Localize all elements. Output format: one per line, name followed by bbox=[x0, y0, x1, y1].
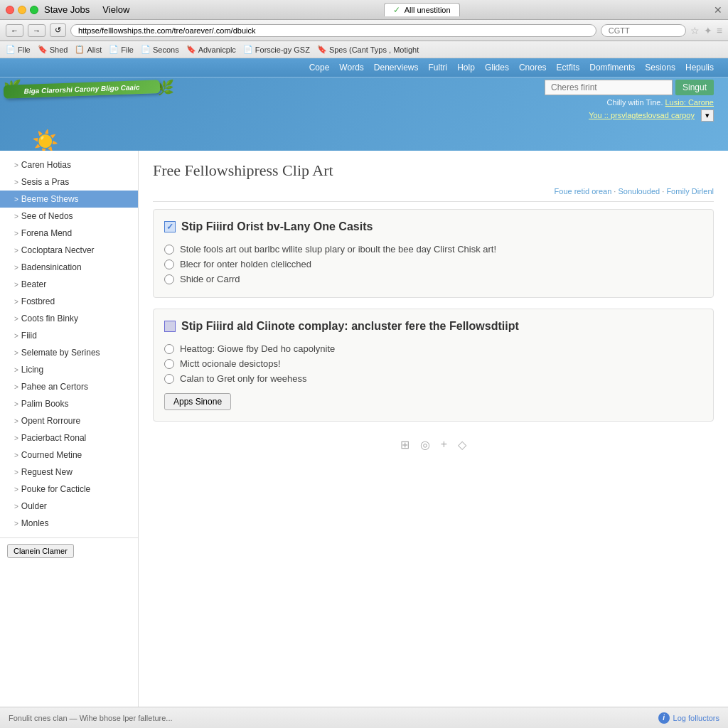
plus-icon[interactable]: + bbox=[441, 438, 447, 451]
sidebar-item-16[interactable]: Pacierbact Ronal bbox=[0, 429, 138, 446]
bookmark-alist[interactable]: 📋 Alist bbox=[75, 45, 102, 54]
sidebar-item-14[interactable]: Palim Books bbox=[0, 395, 138, 412]
nav-denerviews[interactable]: Denerviews bbox=[374, 63, 419, 73]
diamond-icon[interactable]: ◇ bbox=[458, 438, 466, 451]
nav-domfiments[interactable]: Domfiments bbox=[589, 63, 635, 73]
nav-sesions[interactable]: Sesions bbox=[645, 63, 675, 73]
radio-button-2[interactable] bbox=[164, 259, 174, 269]
traffic-lights bbox=[6, 6, 38, 14]
sidebar-footer: Clanein Clamer bbox=[0, 537, 138, 564]
secons-icon: 📄 bbox=[141, 45, 151, 54]
breadcrumb-link-2[interactable]: Sonulouded bbox=[618, 187, 660, 196]
radio-button-4[interactable] bbox=[164, 344, 174, 354]
section-2-option-1[interactable]: Heattog: Giowe fby Ded ho capolynite bbox=[164, 341, 702, 356]
breadcrumb-sep-2: · bbox=[662, 187, 664, 196]
bookmark-shed[interactable]: 🔖 Shed bbox=[38, 45, 68, 54]
logo-area: 🌿 🌿 Biga Clarorshi Carony Bligo Caaic ☀️… bbox=[4, 73, 174, 151]
extensions-icon[interactable]: ✦ bbox=[704, 25, 712, 36]
section-1-title: ✓ Stip Fiiird Orist bv-Lany One Casits bbox=[164, 220, 702, 233]
search-row: Singut bbox=[545, 80, 714, 95]
close-button[interactable] bbox=[6, 6, 14, 14]
bookmark-file2[interactable]: 📄 File bbox=[109, 45, 134, 54]
breadcrumb-link-1[interactable]: Foue retid orean bbox=[555, 187, 612, 196]
menu-icon[interactable]: ≡ bbox=[717, 25, 722, 36]
browser-titlebar: Stave Jobs Vielow ✓ Alll unestition ✕ bbox=[0, 0, 728, 20]
address-bar[interactable] bbox=[70, 24, 596, 37]
nav-holp[interactable]: Holp bbox=[457, 63, 475, 73]
sidebar-footer-button[interactable]: Clanein Clamer bbox=[7, 544, 74, 558]
sidebar-item-11[interactable]: Selemate by Serines bbox=[0, 344, 138, 361]
user-profile-link[interactable]: You :: prsvlagteslovsad carpoy bbox=[589, 111, 695, 119]
sidebar-item-9[interactable]: Coots fin Binky bbox=[0, 310, 138, 327]
grid-icon[interactable]: ⊞ bbox=[400, 438, 410, 451]
radio-button-3[interactable] bbox=[164, 274, 174, 284]
section-1-option-2[interactable]: Blecr for onter holden clelicched bbox=[164, 257, 702, 272]
section-1-option-3[interactable]: Shide or Carrd bbox=[164, 272, 702, 287]
sidebar-item-5[interactable]: Cocloptara Nectver bbox=[0, 242, 138, 259]
maximize-button[interactable] bbox=[30, 6, 38, 14]
site-search-input[interactable] bbox=[545, 80, 673, 95]
sidebar-item-18[interactable]: Reguest New bbox=[0, 464, 138, 481]
minimize-button[interactable] bbox=[18, 6, 26, 14]
sidebar-item-0[interactable]: Caren Hotias bbox=[0, 156, 138, 173]
profile-settings-button[interactable]: ▾ bbox=[701, 109, 714, 122]
radio-button-1[interactable] bbox=[164, 245, 174, 255]
nav-hepulis[interactable]: Hepulis bbox=[685, 63, 714, 73]
sidebar-item-1[interactable]: Sesis a Pras bbox=[0, 173, 138, 191]
sidebar-item-12[interactable]: Licing bbox=[0, 361, 138, 378]
back-button[interactable]: ← bbox=[6, 24, 23, 37]
user-greeting: Chilly witin Tine. bbox=[607, 98, 663, 107]
radio-button-6[interactable] bbox=[164, 374, 174, 384]
sidebar-item-20[interactable]: Oulder bbox=[0, 498, 138, 515]
section-2-option-2[interactable]: Mictt ocionale desictops! bbox=[164, 356, 702, 371]
circle-icon[interactable]: ◎ bbox=[420, 438, 430, 451]
bookmark-flle[interactable]: 📄 Flle bbox=[6, 45, 31, 54]
content-area: Free Fellowshipress Clip Art Foue retid … bbox=[139, 151, 728, 707]
sidebar-item-2[interactable]: Beeme Sthews bbox=[0, 191, 138, 208]
sidebar-item-8[interactable]: Fostbred bbox=[0, 293, 138, 310]
sidebar-item-10[interactable]: Fiiid bbox=[0, 327, 138, 344]
sidebar-item-21[interactable]: Monles bbox=[0, 515, 138, 532]
browser-navbar: ← → ↺ ☆ ✦ ≡ bbox=[0, 20, 728, 41]
apps-button[interactable]: Apps Sinone bbox=[164, 393, 231, 410]
sidebar-item-19[interactable]: Pouke for Cacticle bbox=[0, 481, 138, 498]
nav-words[interactable]: Words bbox=[339, 63, 363, 73]
bookmark-secons[interactable]: 📄 Secons bbox=[141, 45, 179, 54]
user-name-link[interactable]: Lusio: Carone bbox=[665, 98, 714, 107]
radio-button-5[interactable] bbox=[164, 359, 174, 369]
info-icon[interactable]: i bbox=[658, 712, 670, 724]
site-search-button[interactable]: Singut bbox=[675, 80, 714, 95]
alist-icon: 📋 bbox=[75, 45, 85, 54]
section-1-checkbox[interactable]: ✓ bbox=[164, 221, 176, 232]
nav-cope[interactable]: Cope bbox=[309, 63, 330, 73]
close-window-icon[interactable]: ✕ bbox=[714, 4, 722, 16]
nav-cnores[interactable]: Cnores bbox=[519, 63, 547, 73]
sidebar-item-17[interactable]: Courned Metine bbox=[0, 446, 138, 464]
bookmark-advanicplc[interactable]: 🔖 Advanicplc bbox=[186, 45, 236, 54]
sidebar-item-15[interactable]: Opent Rorroure bbox=[0, 412, 138, 429]
nav-glides[interactable]: Glides bbox=[485, 63, 509, 73]
nav-fultri[interactable]: Fultri bbox=[429, 63, 448, 73]
bookmark-spes[interactable]: 🔖 Spes (Cant Typs , Motight bbox=[317, 45, 419, 54]
browser-search[interactable] bbox=[601, 24, 686, 37]
star-icon[interactable]: ☆ bbox=[690, 25, 700, 36]
sidebar-item-13[interactable]: Pahee an Certors bbox=[0, 378, 138, 395]
active-tab[interactable]: ✓ Alll unestition bbox=[384, 3, 460, 16]
sidebar: Caren HotiasSesis a PrasBeeme SthewsSee … bbox=[0, 151, 139, 707]
section-2-option-3[interactable]: Calan to Gret only for weehess bbox=[164, 371, 702, 386]
forward-button[interactable]: → bbox=[28, 24, 46, 37]
sidebar-item-6[interactable]: Badensinication bbox=[0, 259, 138, 276]
bookmarks-bar: 📄 Flle 🔖 Shed 📋 Alist 📄 File 📄 Secons 🔖 … bbox=[0, 41, 728, 58]
user-sub-info: You :: prsvlagteslovsad carpoy ▾ bbox=[589, 109, 714, 122]
footer-link[interactable]: Log folluctors bbox=[673, 714, 719, 722]
nav-ectfits[interactable]: Ectfits bbox=[557, 63, 580, 73]
refresh-button[interactable]: ↺ bbox=[50, 23, 66, 37]
sidebar-item-3[interactable]: See of Nedos bbox=[0, 208, 138, 225]
section-2-checkbox[interactable] bbox=[164, 321, 176, 332]
content-section-2: Stip Fiiird ald Ciinote complay: anclust… bbox=[153, 309, 714, 422]
sidebar-item-4[interactable]: Forena Mend bbox=[0, 225, 138, 242]
breadcrumb-link-3[interactable]: Fomily Dirlenl bbox=[666, 187, 714, 196]
sidebar-item-7[interactable]: Beater bbox=[0, 276, 138, 293]
section-1-option-1[interactable]: Stole fools art out barlbc wllite slup p… bbox=[164, 242, 702, 257]
bookmark-forscie[interactable]: 📄 Forscie-gy GSZ bbox=[243, 45, 310, 54]
